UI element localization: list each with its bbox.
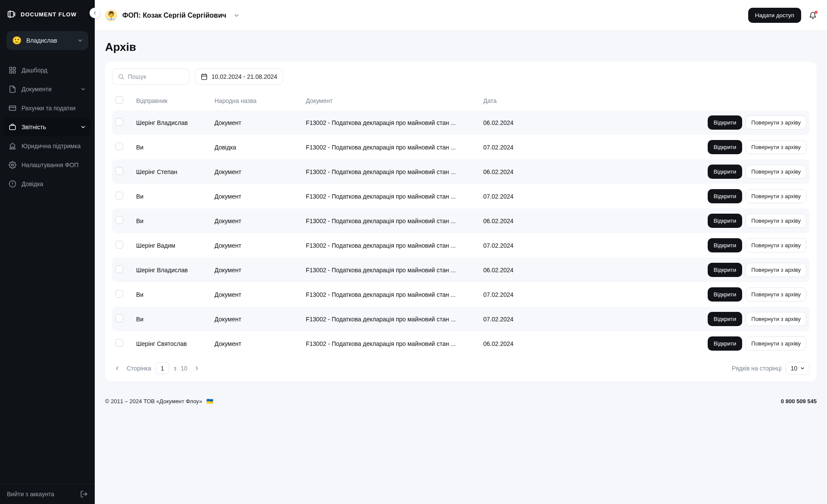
- restore-button[interactable]: Повернути з архіву: [746, 189, 806, 203]
- main: 👨‍💼 ФОП: Козак Сергій Сергійович Надати …: [95, 0, 827, 504]
- row-actions: ВідкритиПовернути з архіву: [557, 312, 806, 326]
- chevron-down-icon: [800, 366, 805, 371]
- invoices-icon: [9, 104, 16, 112]
- footer-left: © 2011 – 2024 ТОВ «Документ Флоу» 🇺🇦: [105, 398, 213, 404]
- open-button[interactable]: Відкрити: [708, 263, 743, 277]
- col-document: Документ: [306, 97, 478, 104]
- calendar-icon: [200, 73, 208, 81]
- svg-rect-5: [13, 71, 16, 73]
- cell-date: 06.02.2024: [483, 267, 552, 274]
- select-all-checkbox[interactable]: [115, 96, 123, 104]
- cell-name: Документ: [215, 119, 301, 126]
- row-actions: ВідкритиПовернути з архіву: [557, 140, 806, 154]
- sidebar-item-settings[interactable]: Налаштування ФОП: [3, 156, 91, 174]
- sidebar-item-help[interactable]: Довідка: [3, 175, 91, 193]
- sidebar-item-legal[interactable]: Юридична підтримка: [3, 137, 91, 155]
- open-button[interactable]: Відкрити: [708, 312, 743, 326]
- open-button[interactable]: Відкрити: [708, 214, 743, 228]
- logout-button[interactable]: Вийти з аккаунта: [0, 484, 95, 504]
- cell-sender: Шерінг Владислав: [136, 119, 209, 126]
- table-row: Шерінг СвятославДокументF13002 - Податко…: [112, 331, 810, 356]
- cell-sender: Шерінг Степан: [136, 168, 209, 175]
- cell-date: 06.02.2024: [483, 119, 552, 126]
- filters: 10.02.2024 - 21.08.2024: [112, 68, 810, 85]
- row-checkbox[interactable]: [115, 118, 123, 126]
- rows-per-page-label: Рядків на сторінці: [732, 365, 781, 372]
- table-row: Шерінг ВладиславДокументF13002 - Податко…: [112, 110, 810, 135]
- restore-button[interactable]: Повернути з архіву: [746, 336, 806, 351]
- sidebar-item-invoices[interactable]: Рахунки та податки: [3, 99, 91, 117]
- restore-button[interactable]: Повернути з архіву: [746, 263, 806, 277]
- table-row: ВиДокументF13002 - Податкова декларація …: [112, 282, 810, 307]
- row-actions: ВідкритиПовернути з архіву: [557, 115, 806, 130]
- date-range-picker[interactable]: 10.02.2024 - 21.08.2024: [195, 68, 283, 85]
- row-checkbox[interactable]: [115, 192, 123, 199]
- cell-date: 07.02.2024: [483, 144, 552, 151]
- pagination-prev[interactable]: [112, 363, 122, 373]
- col-name: Народна назва: [215, 97, 301, 104]
- rows-per-page-select[interactable]: 10: [786, 362, 810, 375]
- grant-access-button[interactable]: Надати доступ: [748, 8, 801, 23]
- restore-button[interactable]: Повернути з архіву: [746, 238, 806, 252]
- cell-name: Документ: [215, 316, 301, 323]
- notifications-button[interactable]: [809, 12, 817, 19]
- open-button[interactable]: Відкрити: [708, 115, 743, 130]
- row-actions: ВідкритиПовернути з архіву: [557, 165, 806, 179]
- restore-button[interactable]: Повернути з архіву: [746, 165, 806, 179]
- flag-icon: 🇺🇦: [206, 398, 213, 404]
- cell-sender: Шерінг Святослав: [136, 340, 209, 347]
- chevron-left-icon: [114, 365, 120, 371]
- sidebar-item-label: Юридична підтримка: [22, 143, 81, 149]
- open-button[interactable]: Відкрити: [708, 140, 743, 154]
- topbar: 👨‍💼 ФОП: Козак Сергій Сергійович Надати …: [95, 0, 827, 31]
- cell-document: F13002 - Податкова декларація про майнов…: [306, 193, 478, 200]
- restore-button[interactable]: Повернути з архіву: [746, 312, 806, 326]
- org-chevron-down-icon[interactable]: [233, 12, 240, 19]
- sidebar-item-label: Документи: [22, 86, 52, 93]
- restore-button[interactable]: Повернути з архіву: [746, 115, 806, 130]
- cell-document: F13002 - Податкова декларація про майнов…: [306, 144, 478, 151]
- open-button[interactable]: Відкрити: [708, 165, 743, 179]
- restore-button[interactable]: Повернути з архіву: [746, 140, 806, 154]
- row-checkbox[interactable]: [115, 143, 123, 150]
- sidebar-item-dashboard[interactable]: Дашборд: [3, 61, 91, 79]
- org-avatar: 👨‍💼: [105, 9, 117, 22]
- documents-icon: [9, 85, 16, 93]
- row-checkbox[interactable]: [115, 290, 123, 298]
- pagination-next[interactable]: [192, 363, 202, 373]
- row-checkbox[interactable]: [115, 339, 123, 347]
- open-button[interactable]: Відкрити: [708, 336, 743, 351]
- cell-document: F13002 - Податкова декларація про майнов…: [306, 291, 478, 298]
- user-emoji: 🙂: [12, 35, 22, 46]
- row-checkbox[interactable]: [115, 167, 123, 175]
- restore-button[interactable]: Повернути з архіву: [746, 287, 806, 302]
- table-row: Шерінг ВладиславДокументF13002 - Податко…: [112, 258, 810, 282]
- cell-sender: Ви: [136, 193, 209, 200]
- legal-icon: [9, 142, 16, 150]
- chevron-down-icon: [80, 124, 86, 130]
- open-button[interactable]: Відкрити: [708, 189, 743, 203]
- search-input[interactable]: [128, 73, 184, 80]
- restore-button[interactable]: Повернути з архіву: [746, 214, 806, 228]
- sidebar-item-documents[interactable]: Документи: [3, 80, 91, 98]
- row-checkbox[interactable]: [115, 241, 123, 249]
- pagination-current[interactable]: 1: [155, 362, 169, 374]
- cell-sender: Ви: [136, 316, 209, 323]
- row-actions: ВідкритиПовернути з архіву: [557, 189, 806, 203]
- sidebar-collapse-button[interactable]: [90, 8, 100, 18]
- brand: DOCUMENT FLOW: [0, 0, 95, 25]
- open-button[interactable]: Відкрити: [708, 238, 743, 252]
- row-checkbox[interactable]: [115, 314, 123, 322]
- sidebar-item-reports[interactable]: Звітність: [3, 118, 91, 136]
- table-row: ВиДовідкаF13002 - Податкова декларація п…: [112, 135, 810, 159]
- row-checkbox[interactable]: [115, 216, 123, 224]
- open-button[interactable]: Відкрити: [708, 287, 743, 302]
- sidebar-item-label: Дашборд: [22, 67, 47, 74]
- user-switcher[interactable]: 🙂 Владислав: [6, 31, 88, 50]
- table-row: ВиДокументF13002 - Податкова декларація …: [112, 208, 810, 233]
- pagination-of: з: [174, 365, 176, 372]
- cell-document: F13002 - Податкова декларація про майнов…: [306, 218, 478, 224]
- logout-label: Вийти з аккаунта: [7, 491, 54, 498]
- table-row: ВиДокументF13002 - Податкова декларація …: [112, 184, 810, 208]
- row-checkbox[interactable]: [115, 265, 123, 273]
